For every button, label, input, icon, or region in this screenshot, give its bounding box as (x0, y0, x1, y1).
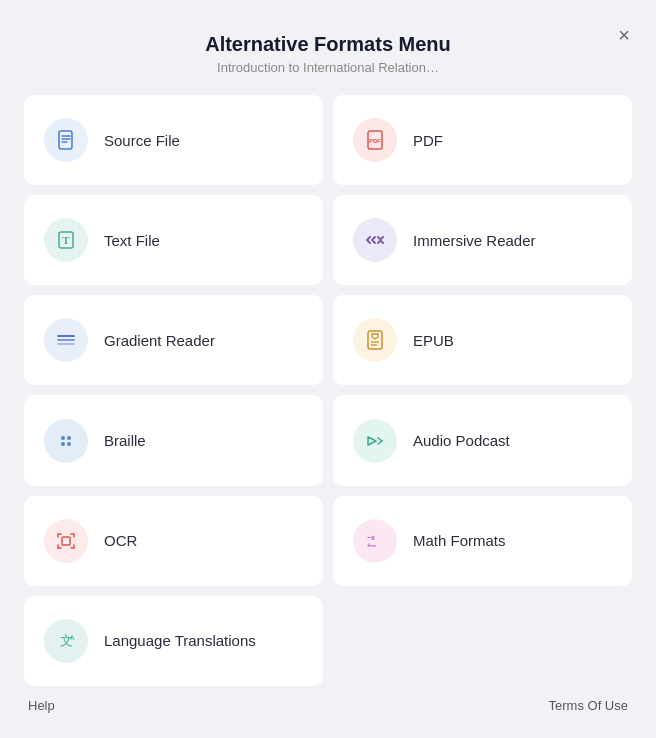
gradient-reader-label: Gradient Reader (104, 332, 215, 349)
source-file-icon-circle (44, 118, 88, 162)
svg-point-12 (67, 436, 71, 440)
svg-text:+═: +═ (367, 542, 376, 549)
card-pdf[interactable]: PDF PDF (333, 95, 632, 185)
card-braille[interactable]: Braille (24, 395, 323, 485)
text-file-icon-circle: T (44, 218, 88, 262)
language-translations-icon-circle: 文 A (44, 619, 88, 663)
svg-text:−x: −x (367, 534, 375, 541)
card-audio-podcast[interactable]: Audio Podcast (333, 395, 632, 485)
language-translations-icon: 文 A (55, 630, 77, 652)
gradient-reader-icon (55, 329, 77, 351)
math-formats-label: Math Formats (413, 532, 506, 549)
modal-header: Alternative Formats Menu Introduction to… (24, 33, 632, 75)
braille-icon-circle (44, 419, 88, 463)
svg-rect-18 (62, 537, 70, 545)
audio-podcast-icon-circle (353, 419, 397, 463)
close-button[interactable]: × (618, 25, 630, 45)
pdf-label: PDF (413, 132, 443, 149)
math-formats-icon: −x +═ (364, 530, 386, 552)
svg-text:T: T (62, 234, 70, 246)
card-immersive-reader[interactable]: Immersive Reader (333, 195, 632, 285)
ocr-icon (55, 530, 77, 552)
card-gradient-reader[interactable]: Gradient Reader (24, 295, 323, 385)
epub-icon-circle (353, 318, 397, 362)
immersive-reader-icon (364, 229, 386, 251)
math-formats-icon-circle: −x +═ (353, 519, 397, 563)
text-file-label: Text File (104, 232, 160, 249)
card-language-translations[interactable]: 文 A Language Translations (24, 596, 323, 686)
language-translations-label: Language Translations (104, 632, 256, 649)
epub-label: EPUB (413, 332, 454, 349)
source-file-label: Source File (104, 132, 180, 149)
svg-marker-15 (368, 437, 376, 445)
format-grid: Source File PDF PDF T Text File (24, 95, 632, 686)
modal-footer: Help Terms Of Use (24, 686, 632, 713)
svg-line-17 (378, 441, 382, 444)
svg-text:PDF: PDF (369, 138, 381, 144)
card-math-formats[interactable]: −x +═ Math Formats (333, 496, 632, 586)
source-file-icon (55, 129, 77, 151)
pdf-icon-circle: PDF (353, 118, 397, 162)
card-ocr[interactable]: OCR (24, 496, 323, 586)
gradient-reader-icon-circle (44, 318, 88, 362)
terms-link[interactable]: Terms Of Use (549, 698, 628, 713)
svg-point-14 (67, 442, 71, 446)
ocr-icon-circle (44, 519, 88, 563)
card-text-file[interactable]: T Text File (24, 195, 323, 285)
epub-icon (364, 329, 386, 351)
svg-rect-0 (59, 131, 72, 149)
braille-icon (55, 430, 77, 452)
card-source-file[interactable]: Source File (24, 95, 323, 185)
svg-text:A: A (70, 634, 75, 641)
text-file-icon: T (55, 229, 77, 251)
pdf-icon: PDF (364, 129, 386, 151)
ocr-label: OCR (104, 532, 137, 549)
help-link[interactable]: Help (28, 698, 55, 713)
immersive-reader-label: Immersive Reader (413, 232, 536, 249)
braille-label: Braille (104, 432, 146, 449)
modal: × Alternative Formats Menu Introduction … (8, 9, 648, 729)
modal-title: Alternative Formats Menu (24, 33, 632, 56)
svg-point-13 (61, 442, 65, 446)
immersive-reader-icon-circle (353, 218, 397, 262)
card-epub[interactable]: EPUB (333, 295, 632, 385)
audio-podcast-label: Audio Podcast (413, 432, 510, 449)
audio-podcast-icon (364, 430, 386, 452)
modal-subtitle: Introduction to International Relation… (24, 60, 632, 75)
svg-point-11 (61, 436, 65, 440)
